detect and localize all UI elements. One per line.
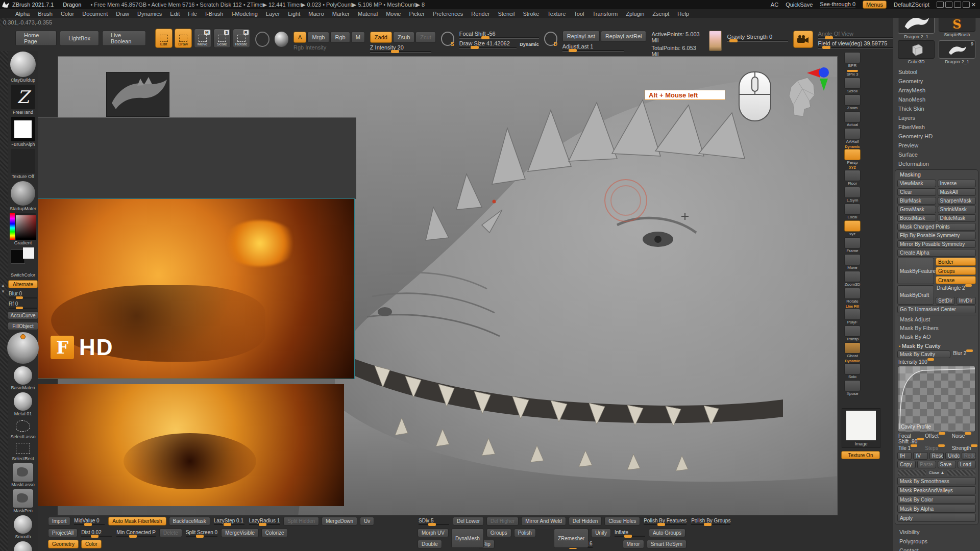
subpalette-header[interactable]: Contact [893,546,980,551]
material-preview-icon[interactable] [275,32,289,47]
left-shelf-item[interactable]: SwitchColor [9,247,37,278]
left-shelf-thumbnail[interactable] [14,366,32,385]
restore-icon[interactable] [963,2,970,8]
rgb-intensity-slider[interactable]: Rgb Intensity [293,44,355,51]
left-shelf-item[interactable]: Blur 0 [9,290,37,298]
profile-button[interactable]: fV [913,452,927,460]
right-shelf-button[interactable]: Rotate [844,288,861,304]
mode-button[interactable]: S Scale [213,29,231,48]
right-shelf-button[interactable]: XYZ Floor [844,166,861,186]
close-section-bar[interactable]: Close ▲ [898,470,975,475]
bottom-control[interactable]: LazyRadius 1 [248,517,281,525]
bottom-control[interactable]: Polish By Features [643,517,688,525]
menu-item[interactable]: Draw [112,11,133,17]
profile-button[interactable]: Undo [945,452,960,460]
left-shelf-item[interactable]: Texture Off [9,149,37,179]
draft-dir-button[interactable]: SetDir [936,297,955,305]
bottom-control[interactable]: Smart ReSym [647,540,687,548]
bottom-control[interactable]: Mirror And Weld [521,517,566,525]
masking-button[interactable]: Inverse [938,180,976,187]
masking-button[interactable]: GrowMask [897,206,936,213]
mask-by-draft-button[interactable]: MaskByDraft [897,285,934,305]
reference-image-smaug-profile[interactable]: F HD [38,198,355,379]
menu-item[interactable]: Light [284,11,304,17]
menu-item[interactable]: Edit [166,11,184,17]
menu-item[interactable]: Stencil [494,11,519,17]
left-shelf-item[interactable]: AccuCurve [9,311,37,319]
bottom-control[interactable]: Dist 0.02 [80,529,113,537]
masking-button[interactable]: Mask By Alpha [897,505,976,513]
default-zscript-button[interactable]: DefaultZScript [894,2,929,8]
right-shelf-icon[interactable] [844,204,861,215]
bottom-control[interactable]: LazyStep 0.1 [213,517,246,525]
bottom-control[interactable]: SDiv 5 [418,517,450,525]
profile-button[interactable]: Copy [897,461,916,468]
dynamic-toggle[interactable]: Dynamic [520,42,539,47]
right-shelf-icon[interactable] [844,325,861,337]
cavity-blur-slider[interactable]: Blur 2 [952,350,976,358]
masking-header[interactable]: Masking [897,170,976,179]
reference-image-smaug-front[interactable] [38,384,344,506]
cavity-intensity-slider[interactable]: Intensity 100 [897,359,976,365]
subpalette-header[interactable]: ArrayMesh [893,86,980,95]
menu-item[interactable]: Tool [570,11,588,17]
shelf-tab-button[interactable]: Home Page [15,31,57,46]
z-intensity-slider[interactable]: Z Intensity 20 [370,44,431,51]
menu-item[interactable]: Alpha [11,11,34,17]
right-shelf-icon[interactable] [844,309,861,320]
left-shelf-thumbnail[interactable] [11,117,35,141]
stroke-preview-icon[interactable] [255,32,270,47]
left-shelf-thumbnail[interactable] [14,392,32,411]
menu-item[interactable]: Picker [405,11,429,17]
bottom-control[interactable]: Del Lower [453,517,484,525]
mask-by-cavity-button[interactable]: Mask By Cavity [897,350,950,358]
right-shelf-icon[interactable] [844,363,861,374]
replay-button[interactable]: ReplayLastRel [601,31,647,42]
left-shelf-item[interactable]: MaskLasso [9,463,37,487]
right-shelf-button[interactable]: Transp [844,325,861,341]
menu-item[interactable]: Texture [543,11,570,17]
right-shelf-icon[interactable] [844,52,861,63]
left-shelf-thumbnail[interactable] [13,463,33,482]
left-shelf-item[interactable]: Alternate [9,280,37,288]
sculpt-mode-button[interactable]: Zsub [393,32,414,43]
sculpt-mode-button[interactable]: Zadd [370,32,392,43]
bottom-control[interactable]: MergeVisible [221,529,259,537]
left-shelf-thumbnail[interactable] [10,52,36,77]
menu-item[interactable]: Layer [262,11,284,17]
left-shelf-item[interactable]: SelectRect [9,441,37,461]
divider-arrow-icon[interactable]: ▲ [1,283,5,288]
profile-button[interactable]: Paste [917,461,936,468]
paint-mode-button[interactable]: M [351,32,365,43]
masking-button[interactable]: BlurMask [897,197,936,205]
subpalette-header[interactable]: Polygroups [893,537,980,546]
right-shelf-icon[interactable] [844,149,861,160]
mode-button[interactable]: R Rotate [233,29,250,48]
menu-item[interactable]: Brush [34,11,57,17]
right-shelf-icon[interactable] [844,111,861,122]
bottom-control[interactable]: Auto Mask FiberMesh [108,517,166,525]
canvas-nav-thumbnail[interactable] [106,72,169,117]
bottom-control[interactable]: Import [48,517,70,525]
left-shelf-thumbnail[interactable] [11,181,35,206]
left-shelf-item[interactable]: Smooth [9,515,37,539]
mode-button[interactable]: M Move [194,29,211,48]
right-shelf-button[interactable]: L.Sym [844,187,861,203]
bottom-control[interactable]: Morph UV [418,529,449,537]
right-shelf-icon[interactable] [844,94,861,106]
camera-icon[interactable] [793,31,813,48]
masking-button[interactable]: Mask Changed Points [897,223,976,231]
menu-item[interactable]: I-Brush [201,11,227,17]
profile-button[interactable]: Reset [929,452,944,460]
right-shelf-icon[interactable] [844,220,861,232]
bottom-control[interactable]: Del Hidden [569,517,602,525]
shelf-tab-button[interactable]: Live Boolean [102,31,146,46]
bottom-control[interactable]: Split Hidden [283,517,319,525]
masking-button[interactable]: SharpenMask [938,197,976,205]
masking-button[interactable]: Mirror By Posable Symmetry [897,240,976,248]
masking-button[interactable]: Flip By Posable Symmetry [897,232,976,239]
bottom-control[interactable]: Color [81,540,102,548]
bottom-control[interactable]: Close Holes [604,517,640,525]
masking-button[interactable]: Mask By Smoothness [897,477,976,485]
menu-item[interactable]: File [184,11,201,17]
